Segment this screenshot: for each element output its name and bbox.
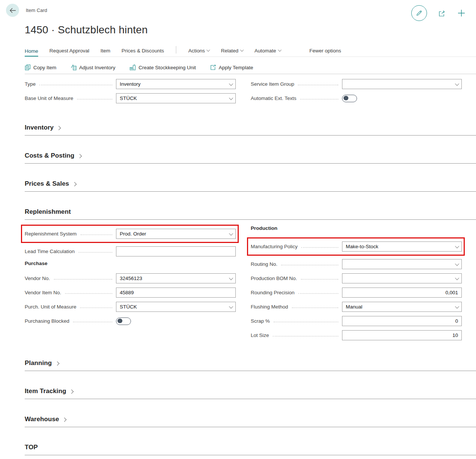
vendor-item-no-input[interactable]: 45889	[116, 288, 236, 298]
field-purchasing-blocked: Purchasing Blocked	[25, 316, 236, 326]
toggle-knob	[118, 319, 122, 323]
base-unit-of-measure-select[interactable]: STÜCK	[116, 93, 236, 103]
field-label: Purchasing Blocked	[25, 318, 69, 324]
production-bom-no-select[interactable]	[342, 273, 462, 283]
vendor-no-select[interactable]: 32456123	[116, 273, 236, 283]
dotted-leader	[298, 293, 338, 294]
field-label: Service Item Group	[251, 81, 294, 87]
menu-actions[interactable]: Actions	[188, 48, 210, 57]
field-label: Replenishment System	[25, 231, 77, 237]
field-label: Purch. Unit of Measure	[25, 304, 76, 310]
automatic-ext-texts-toggle[interactable]	[342, 95, 357, 102]
copy-icon	[25, 64, 31, 70]
section-inventory[interactable]: Inventory	[25, 124, 476, 136]
replenishment-system-select[interactable]: Prod. Order	[116, 229, 236, 239]
fewer-options-button[interactable]: Fewer options	[309, 48, 341, 57]
field-rounding-precision: Rounding Precision 0,001	[251, 288, 462, 298]
apply-template-icon	[210, 64, 216, 70]
rounding-precision-input[interactable]: 0,001	[342, 288, 462, 298]
header-actions	[411, 4, 469, 21]
tab-divider	[176, 46, 176, 54]
building-edit-icon	[71, 64, 77, 70]
field-manufacturing-policy: Manufacturing Policy Make-to-Stock	[251, 241, 462, 252]
dotted-leader	[54, 279, 112, 280]
field-label: Routing No.	[251, 261, 277, 267]
share-icon	[438, 10, 446, 17]
add-button[interactable]	[457, 9, 466, 17]
chevron-right-icon	[57, 126, 61, 130]
section-item-tracking[interactable]: Item Tracking	[25, 387, 476, 399]
create-stockkeeping-unit-button[interactable]: Create Stockkeeping Unit	[129, 64, 196, 70]
tab-bar: Home Request Approval Item Prices & Disc…	[25, 46, 476, 57]
chevron-down-icon	[278, 48, 281, 52]
field-production-bom-no: Production BOM No.	[251, 273, 462, 283]
chevron-down-icon	[229, 95, 233, 100]
share-button[interactable]	[438, 10, 446, 17]
back-button[interactable]	[6, 4, 19, 17]
dotted-leader	[65, 293, 112, 294]
field-label: Rounding Precision	[251, 290, 295, 295]
purchase-subheader: Purchase	[25, 261, 236, 267]
menu-related[interactable]: Related	[221, 48, 243, 57]
dotted-leader	[39, 85, 112, 85]
dotted-leader	[79, 252, 112, 253]
replenishment-left-column: Replenishment System Prod. Order Lead Ti…	[25, 225, 236, 344]
section-replenishment[interactable]: Replenishment	[25, 208, 476, 220]
type-select[interactable]: Inventory	[116, 79, 236, 89]
service-item-group-select[interactable]	[342, 79, 462, 89]
field-label: Vendor No.	[25, 276, 50, 281]
scrap-pct-input[interactable]: 0	[342, 316, 462, 326]
routing-no-select[interactable]	[342, 259, 462, 269]
chevron-right-icon	[72, 182, 76, 186]
general-right-column: Service Item Group Automatic Ext. Texts	[251, 79, 462, 107]
dotted-leader	[273, 336, 338, 337]
field-label: Type	[25, 81, 36, 87]
dotted-leader	[80, 307, 112, 308]
chevron-right-icon	[77, 154, 82, 158]
section-costs-posting[interactable]: Costs & Posting	[25, 152, 476, 164]
edit-button[interactable]	[411, 5, 427, 21]
dotted-leader	[301, 279, 338, 280]
breadcrumb: Item Card	[26, 7, 47, 13]
field-lot-size: Lot Size 10	[251, 330, 462, 340]
field-flushing-method: Flushing Method Manual	[251, 302, 462, 312]
divider	[25, 74, 476, 74]
pencil-icon	[416, 10, 422, 16]
replenishment-right-column: Production Manufacturing Policy Make-to-…	[251, 225, 462, 344]
menu-automate[interactable]: Automate	[254, 48, 281, 57]
field-label: Base Unit of Measure	[25, 95, 73, 101]
section-warehouse[interactable]: Warehouse	[25, 416, 476, 427]
tab-home[interactable]: Home	[25, 48, 38, 57]
field-label: Lot Size	[251, 332, 269, 338]
page-title: 1450 · Schutzblech hinten	[25, 24, 476, 36]
section-planning[interactable]: Planning	[25, 359, 476, 371]
field-label: Vendor Item No.	[25, 290, 61, 295]
dotted-leader	[292, 307, 338, 308]
field-label: Production BOM No.	[251, 276, 297, 281]
adjust-inventory-button[interactable]: Adjust Inventory	[71, 64, 116, 70]
replenishment-fields: Replenishment System Prod. Order Lead Ti…	[25, 225, 462, 344]
flushing-method-select[interactable]: Manual	[342, 302, 462, 312]
action-toolbar: Copy Item Adjust Inventory Create Stockk…	[25, 61, 476, 74]
chevron-down-icon	[229, 276, 233, 280]
purchasing-blocked-toggle[interactable]	[116, 317, 131, 325]
highlight-box-manufacturing-policy: Manufacturing Policy Make-to-Stock	[247, 237, 465, 256]
dotted-leader	[80, 234, 112, 235]
purch-unit-of-measure-select[interactable]: STÜCK	[116, 302, 236, 312]
highlight-box-replenishment-system: Replenishment System Prod. Order	[21, 225, 239, 243]
tab-request-approval[interactable]: Request Approval	[49, 48, 89, 57]
field-automatic-ext-texts: Automatic Ext. Texts	[251, 93, 462, 103]
lead-time-calculation-input[interactable]	[116, 246, 236, 256]
manufacturing-policy-select[interactable]: Make-to-Stock	[342, 241, 462, 252]
chevron-down-icon	[229, 231, 233, 235]
tab-prices-discounts[interactable]: Prices & Discounts	[122, 48, 164, 57]
lot-size-input[interactable]: 10	[342, 330, 462, 340]
plus-icon	[457, 9, 466, 17]
chevron-down-icon	[229, 304, 233, 308]
apply-template-button[interactable]: Apply Template	[210, 64, 253, 70]
field-label: Flushing Method	[251, 304, 288, 310]
section-top[interactable]: TOP	[25, 444, 476, 455]
copy-item-button[interactable]: Copy Item	[25, 64, 57, 70]
section-prices-sales[interactable]: Prices & Sales	[25, 180, 476, 192]
tab-item[interactable]: Item	[101, 48, 110, 57]
